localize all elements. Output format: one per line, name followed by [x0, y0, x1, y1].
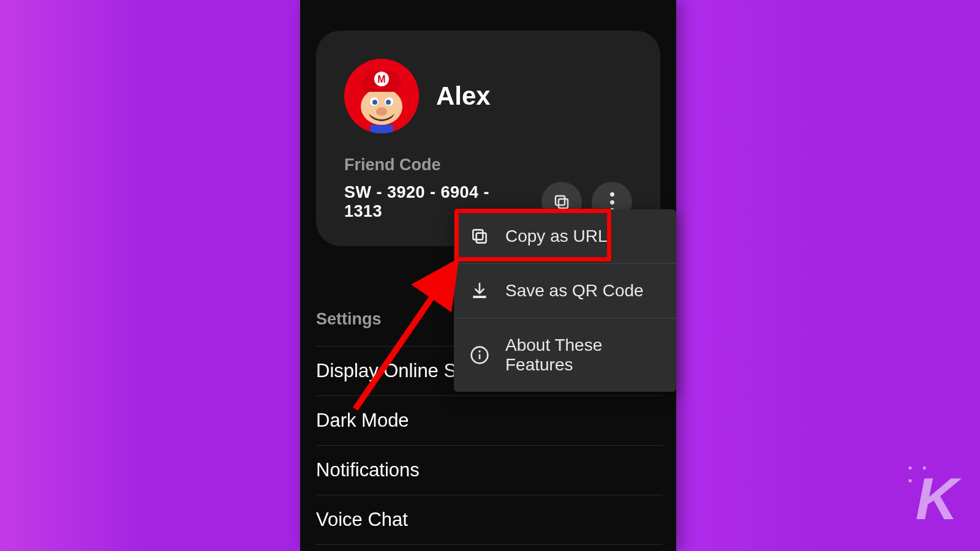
- profile-row: M Alex: [344, 59, 632, 133]
- friend-code-label: Friend Code: [344, 156, 632, 174]
- svg-rect-15: [473, 230, 483, 239]
- watermark-dots: ▪ ▪▪: [908, 462, 930, 487]
- download-icon: [470, 281, 489, 301]
- svg-text:M: M: [377, 74, 385, 84]
- watermark: ▪ ▪▪ K: [916, 465, 956, 533]
- svg-point-10: [376, 107, 387, 116]
- avatar-mario-icon: M: [344, 59, 419, 133]
- popover-item-save-qr-code[interactable]: Save as QR Code: [454, 263, 676, 318]
- friend-code-popover: Copy as URL Save as QR Code About These …: [454, 209, 676, 392]
- popover-item-about-features[interactable]: About These Features: [454, 318, 676, 392]
- popover-item-copy-as-url[interactable]: Copy as URL: [454, 209, 676, 263]
- copy-icon: [470, 227, 489, 246]
- settings-item-power-saving[interactable]: Power Saving: [316, 545, 663, 551]
- popover-item-label: Save as QR Code: [505, 281, 644, 301]
- profile-name: Alex: [436, 81, 491, 111]
- svg-point-19: [478, 350, 480, 352]
- svg-rect-16: [473, 296, 486, 298]
- settings-item-dark-mode[interactable]: Dark Mode: [316, 396, 663, 446]
- settings-item-notifications[interactable]: Notifications: [316, 446, 663, 495]
- copy-icon: [552, 193, 571, 211]
- popover-item-label: About These Features: [505, 335, 660, 375]
- svg-rect-11: [370, 125, 393, 133]
- svg-rect-13: [556, 196, 565, 205]
- settings-item-voice-chat[interactable]: Voice Chat: [316, 495, 663, 545]
- svg-rect-14: [477, 233, 486, 243]
- svg-point-9: [386, 100, 391, 105]
- svg-point-8: [372, 100, 377, 105]
- svg-rect-12: [559, 199, 568, 208]
- popover-item-label: Copy as URL: [505, 227, 608, 246]
- info-icon: [470, 345, 489, 365]
- avatar[interactable]: M: [344, 59, 419, 133]
